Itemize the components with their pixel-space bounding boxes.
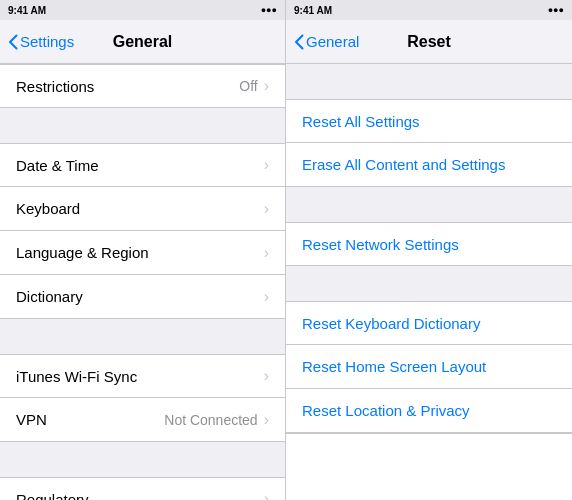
right-reset-network-label: Reset Network Settings (302, 236, 556, 253)
left-item-keyboard[interactable]: Keyboard › (0, 187, 285, 231)
left-settings-list: Restrictions Off › Date & Time › Keyboar… (0, 64, 285, 500)
left-vpn-chevron: › (264, 411, 269, 429)
right-back-button[interactable]: General (294, 33, 359, 50)
left-regulatory-label: Regulatory (16, 491, 264, 501)
right-status-time: 9:41 AM (294, 5, 332, 16)
left-panel: 9:41 AM ●●● Settings General Restriction… (0, 0, 286, 500)
left-itunes-chevron: › (264, 367, 269, 385)
right-reset-all-label: Reset All Settings (302, 113, 556, 130)
left-nav-bar: Settings General (0, 20, 285, 64)
right-status-icons: ●●● (548, 5, 564, 15)
right-back-label: General (306, 33, 359, 50)
right-reset-keyboard-label: Reset Keyboard Dictionary (302, 315, 556, 332)
left-item-language[interactable]: Language & Region › (0, 231, 285, 275)
left-keyboard-label: Keyboard (16, 200, 264, 217)
left-back-button[interactable]: Settings (8, 33, 74, 50)
right-nav-bar: General Reset (286, 20, 572, 64)
left-restrictions-chevron: › (264, 77, 269, 95)
right-group-3: Reset Keyboard Dictionary Reset Home Scr… (286, 301, 572, 433)
right-gap-2 (286, 187, 572, 222)
left-group-itunes: iTunes Wi-Fi Sync › VPN Not Connected › (0, 354, 285, 442)
left-datetime-chevron: › (264, 156, 269, 174)
right-group-1: Reset All Settings Erase All Content and… (286, 99, 572, 187)
right-item-reset-keyboard[interactable]: Reset Keyboard Dictionary (286, 301, 572, 345)
right-item-reset-all-settings[interactable]: Reset All Settings (286, 99, 572, 143)
left-nav-title: General (113, 33, 173, 51)
left-group-regulatory: Regulatory › (0, 477, 285, 500)
left-item-itunes[interactable]: iTunes Wi-Fi Sync › (0, 354, 285, 398)
right-panel: 9:41 AM ●●● General Reset Reset All Sett… (286, 0, 572, 500)
left-back-icon (8, 34, 18, 50)
left-gap-2 (0, 319, 285, 354)
right-status-bar: 9:41 AM ●●● (286, 0, 572, 20)
left-item-vpn[interactable]: VPN Not Connected › (0, 398, 285, 442)
left-vpn-label: VPN (16, 411, 164, 428)
left-item-datetime[interactable]: Date & Time › (0, 143, 285, 187)
left-item-regulatory[interactable]: Regulatory › (0, 477, 285, 500)
right-back-icon (294, 34, 304, 50)
left-vpn-value: Not Connected (164, 412, 257, 428)
left-regulatory-chevron: › (264, 490, 269, 500)
left-group-restrictions: Restrictions Off › (0, 64, 285, 108)
left-language-chevron: › (264, 244, 269, 262)
right-reset-location-label: Reset Location & Privacy (302, 402, 556, 419)
left-back-label: Settings (20, 33, 74, 50)
left-item-dictionary[interactable]: Dictionary › (0, 275, 285, 319)
left-gap-1 (0, 108, 285, 143)
left-dictionary-chevron: › (264, 288, 269, 306)
right-group-2: Reset Network Settings (286, 222, 572, 266)
right-item-reset-homescreen[interactable]: Reset Home Screen Layout (286, 345, 572, 389)
left-keyboard-chevron: › (264, 200, 269, 218)
right-item-erase-all[interactable]: Erase All Content and Settings (286, 143, 572, 187)
right-item-reset-location[interactable]: Reset Location & Privacy (286, 389, 572, 433)
left-dictionary-label: Dictionary (16, 288, 264, 305)
left-itunes-label: iTunes Wi-Fi Sync (16, 368, 264, 385)
left-restrictions-label: Restrictions (16, 78, 239, 95)
right-item-reset-network[interactable]: Reset Network Settings (286, 222, 572, 266)
right-nav-title: Reset (407, 33, 451, 51)
left-status-bar: 9:41 AM ●●● (0, 0, 285, 20)
right-erase-all-label: Erase All Content and Settings (302, 156, 556, 173)
left-restrictions-value: Off (239, 78, 257, 94)
right-settings-list: Reset All Settings Erase All Content and… (286, 64, 572, 500)
left-gap-3 (0, 442, 285, 477)
left-status-time: 9:41 AM (8, 5, 46, 16)
left-language-label: Language & Region (16, 244, 264, 261)
left-datetime-label: Date & Time (16, 157, 264, 174)
right-gap-1 (286, 64, 572, 99)
left-group-mid: Date & Time › Keyboard › Language & Regi… (0, 143, 285, 319)
right-bottom-area (286, 433, 572, 500)
right-reset-homescreen-label: Reset Home Screen Layout (302, 358, 556, 375)
right-gap-3 (286, 266, 572, 301)
left-item-restrictions[interactable]: Restrictions Off › (0, 64, 285, 108)
left-status-icons: ●●● (261, 5, 277, 15)
